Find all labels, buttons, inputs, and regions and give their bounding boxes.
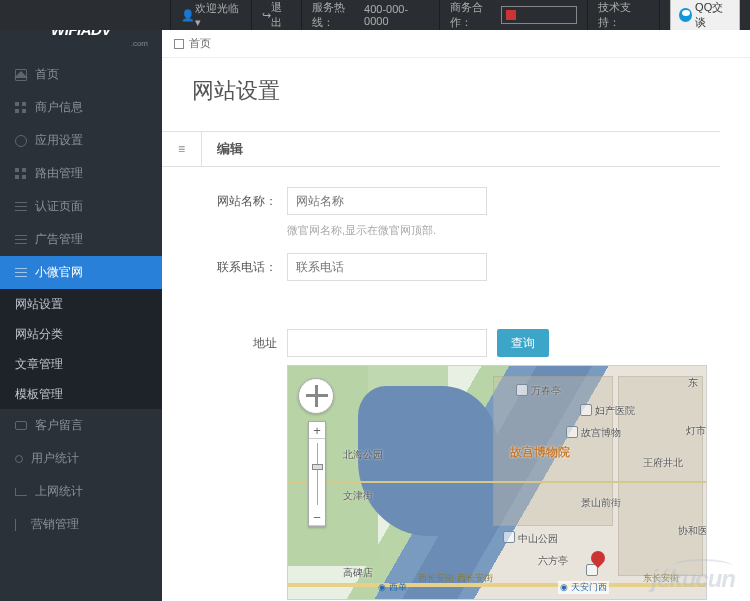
page-icon xyxy=(15,201,27,213)
grid-icon xyxy=(15,102,27,114)
qq-icon xyxy=(679,8,692,22)
site-name-label: 网站名称： xyxy=(207,187,277,210)
map-poi-icon xyxy=(580,404,592,416)
map[interactable]: + − 故宫博物院 万春亭 妇产医院 故宫博物 王府井北 景山前街 灯市西 北海… xyxy=(287,365,707,600)
map-zoom-handle[interactable] xyxy=(312,464,323,470)
sidebar-item-merchant[interactable]: 商户信息 xyxy=(0,91,162,124)
flag-icon xyxy=(506,10,516,20)
map-poi-icon xyxy=(516,384,528,396)
map-label-beihai: 北海公园 xyxy=(343,448,383,462)
map-label-xichangan: 西长安街·西长安街 xyxy=(418,572,493,585)
contact-input[interactable] xyxy=(287,253,487,281)
map-label-dongchangan: 东长安街 xyxy=(643,572,679,585)
address-label: 地址 xyxy=(207,329,277,352)
map-label-dongyi: 故宫博物 xyxy=(581,426,621,440)
map-label-wenjin: 文津街 xyxy=(343,489,373,503)
qq-chat-button[interactable]: QQ交谈 xyxy=(659,0,750,30)
map-label-xiejie: 协和医 xyxy=(678,524,707,538)
sidebar-item-home[interactable]: 首页 xyxy=(0,58,162,91)
sidebar-item-appset[interactable]: 应用设置 xyxy=(0,124,162,157)
breadcrumb-home-icon xyxy=(174,39,184,49)
user-icon xyxy=(15,455,23,463)
logo-domain: .com xyxy=(131,39,148,48)
topbar: 👤 欢迎光临▾ ↪ 退出 服务热线：400-000-0000 商务合作： 技术支… xyxy=(0,0,750,30)
breadcrumb-home[interactable]: 首页 xyxy=(189,36,211,51)
page-title: 网站设置 xyxy=(162,58,750,131)
ads-icon xyxy=(15,234,27,246)
tech-support-label: 技术支持： xyxy=(587,0,660,30)
site-name-help: 微官网名称,显示在微官网顶部. xyxy=(287,223,720,238)
panel-title: 编辑 xyxy=(202,140,243,158)
site-icon xyxy=(15,267,27,279)
address-input[interactable] xyxy=(287,329,487,357)
site-name-input[interactable] xyxy=(287,187,487,215)
welcome-dropdown[interactable]: 👤 欢迎光临▾ xyxy=(170,0,251,30)
query-button[interactable]: 查询 xyxy=(497,329,549,357)
map-label-xidan: ◉ 西单 xyxy=(378,581,407,594)
biz-coop: 商务合作： xyxy=(439,0,587,30)
map-label-tiananmenxi: ◉ 天安门西 xyxy=(558,581,609,594)
sidebar-sub-category[interactable]: 网站分类 xyxy=(0,319,162,349)
sidebar-item-ads[interactable]: 广告管理 xyxy=(0,223,162,256)
content: 首页 网站设置 ≡ 编辑 网站名称： 微官网名称,显示在微官网顶部. 联系电话：… xyxy=(162,30,750,601)
panel-header: ≡ 编辑 xyxy=(162,131,720,167)
map-zoom-in[interactable]: + xyxy=(309,422,325,439)
map-label-dong: 东 xyxy=(688,376,698,390)
logout-link[interactable]: ↪ 退出 xyxy=(251,0,301,30)
form: 网站名称： 微官网名称,显示在微官网顶部. 联系电话： 地址 查询 + xyxy=(162,167,750,601)
map-label-fuchan: 妇产医院 xyxy=(595,404,635,418)
sidebar-item-userstat[interactable]: 用户统计 xyxy=(0,442,162,475)
map-label-gaobei: 高碑店 xyxy=(343,566,373,580)
map-label-dengshi: 灯市西 xyxy=(686,424,707,438)
breadcrumb: 首页 xyxy=(162,30,750,58)
sidebar-item-router[interactable]: 路由管理 xyxy=(0,157,162,190)
sidebar-item-microsite[interactable]: 小微官网 xyxy=(0,256,162,289)
sidebar-item-netstat[interactable]: 上网统计 xyxy=(0,475,162,508)
comment-icon xyxy=(15,421,27,430)
map-zoom-control: + − xyxy=(308,421,326,527)
home-icon xyxy=(15,69,27,81)
map-poi-icon xyxy=(503,531,515,543)
router-icon xyxy=(15,168,27,180)
map-label-wangfu: 王府井北 xyxy=(643,456,683,470)
map-poi-icon xyxy=(566,426,578,438)
map-label-wanchun: 万春亭 xyxy=(531,384,561,398)
map-label-zhongshan: 中山公园 xyxy=(518,532,558,546)
sidebar-sub-template[interactable]: 模板管理 xyxy=(0,379,162,409)
contact-label: 联系电话： xyxy=(207,253,277,276)
map-zoom-out[interactable]: − xyxy=(309,509,325,526)
map-pan-control[interactable] xyxy=(298,378,334,414)
hotline: 服务热线：400-000-0000 xyxy=(301,0,438,30)
sidebar: 首页 商户信息 应用设置 路由管理 认证页面 广告管理 小微官网 网站设置 网站… xyxy=(0,58,162,601)
map-label-jingshan: 景山前街 xyxy=(581,496,621,510)
gear-icon xyxy=(15,135,27,147)
map-label-gugong: 故宫博物院 xyxy=(510,444,570,461)
sidebar-sub-article[interactable]: 文章管理 xyxy=(0,349,162,379)
chart-icon xyxy=(15,488,27,496)
sidebar-sub-sitesetting[interactable]: 网站设置 xyxy=(0,289,162,319)
sidebar-item-marketing[interactable]: 营销管理 xyxy=(0,508,162,541)
sidebar-item-auth[interactable]: 认证页面 xyxy=(0,190,162,223)
flag-icon xyxy=(15,519,23,531)
sidebar-item-feedback[interactable]: 客户留言 xyxy=(0,409,162,442)
panel-collapse-button[interactable]: ≡ xyxy=(162,131,202,167)
map-label-liufang: 六方亭 xyxy=(538,554,568,568)
map-zoom-slider[interactable] xyxy=(309,439,325,509)
